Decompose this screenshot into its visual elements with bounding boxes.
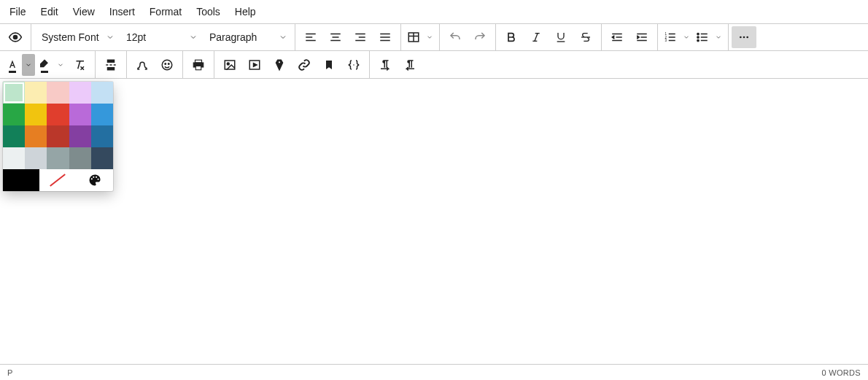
- element-path[interactable]: P: [7, 368, 13, 377]
- color-swatch[interactable]: [25, 82, 47, 104]
- indent-button[interactable]: [629, 26, 654, 48]
- color-black[interactable]: [3, 169, 39, 191]
- svg-text:3: 3: [665, 39, 667, 42]
- svg-rect-56: [225, 61, 235, 69]
- svg-rect-48: [110, 64, 112, 66]
- menu-edit[interactable]: Edit: [34, 3, 66, 20]
- svg-point-35: [697, 39, 699, 41]
- clear-format-button[interactable]: [67, 54, 92, 76]
- bookmark-button[interactable]: [317, 54, 341, 76]
- preview-button[interactable]: [3, 26, 28, 48]
- align-center-icon: [329, 31, 342, 44]
- strike-button[interactable]: [573, 26, 598, 48]
- svg-point-40: [743, 36, 745, 39]
- emoji-button[interactable]: [155, 54, 179, 76]
- svg-point-34: [697, 36, 699, 38]
- ordered-list-button[interactable]: 123: [661, 26, 680, 48]
- toolbar-row-1: System Font 12pt Paragraph 123: [0, 23, 868, 51]
- svg-rect-47: [106, 64, 108, 66]
- table-button[interactable]: [404, 26, 423, 48]
- align-center-button[interactable]: [323, 26, 348, 48]
- print-icon: [192, 58, 205, 71]
- more-button[interactable]: [732, 26, 756, 48]
- menu-file[interactable]: File: [2, 3, 34, 20]
- ltr-button[interactable]: [373, 54, 398, 76]
- rtl-button[interactable]: [398, 54, 422, 76]
- undo-icon: [449, 31, 462, 44]
- font-size-select[interactable]: 12pt: [119, 26, 202, 48]
- svg-point-0: [14, 36, 18, 39]
- color-swatch[interactable]: [47, 125, 69, 147]
- text-color-chevron[interactable]: [22, 54, 35, 76]
- outdent-button[interactable]: [605, 26, 629, 48]
- color-swatch[interactable]: [3, 104, 25, 125]
- color-swatch[interactable]: [69, 82, 91, 104]
- align-justify-button[interactable]: [373, 26, 398, 48]
- block-format-value: Paragraph: [209, 31, 279, 43]
- word-count[interactable]: 0 WORDS: [822, 368, 861, 377]
- unordered-list-button[interactable]: [693, 26, 712, 48]
- highlight-icon: [39, 59, 50, 71]
- color-swatch[interactable]: [3, 147, 25, 169]
- redo-icon: [473, 31, 487, 44]
- highlight-chevron[interactable]: [54, 54, 67, 76]
- color-swatch[interactable]: [25, 125, 47, 147]
- media-icon: [248, 58, 261, 71]
- remove-color[interactable]: [39, 169, 76, 191]
- code-sample-button[interactable]: [341, 54, 366, 76]
- color-swatch[interactable]: [47, 82, 69, 104]
- underline-button[interactable]: [549, 26, 573, 48]
- menu-insert[interactable]: Insert: [102, 3, 142, 20]
- redo-button[interactable]: [468, 26, 492, 48]
- color-swatch[interactable]: [25, 104, 47, 125]
- emoji-icon: [160, 58, 174, 71]
- color-swatch[interactable]: [69, 125, 91, 147]
- svg-point-65: [97, 179, 98, 180]
- chevron-down-icon: [426, 34, 433, 41]
- color-swatch[interactable]: [91, 125, 113, 147]
- color-swatch[interactable]: [25, 147, 47, 169]
- anchor-button[interactable]: [267, 54, 292, 76]
- print-button[interactable]: [186, 54, 211, 76]
- page-break-button[interactable]: [98, 54, 123, 76]
- block-format-select[interactable]: Paragraph: [202, 26, 292, 48]
- color-swatch[interactable]: [91, 82, 113, 104]
- menu-help[interactable]: Help: [228, 3, 263, 20]
- color-swatches: [3, 82, 113, 169]
- text-color-button[interactable]: [3, 54, 22, 76]
- align-right-button[interactable]: [348, 26, 373, 48]
- color-swatch[interactable]: [47, 104, 69, 125]
- svg-point-57: [227, 63, 229, 65]
- table-menu-chevron[interactable]: [423, 26, 436, 48]
- undo-button[interactable]: [443, 26, 468, 48]
- color-swatch[interactable]: [3, 82, 25, 104]
- media-button[interactable]: [242, 54, 267, 76]
- align-justify-icon: [379, 31, 392, 44]
- unordered-list-chevron[interactable]: [712, 26, 725, 48]
- color-swatch[interactable]: [91, 104, 113, 125]
- svg-rect-46: [107, 67, 115, 71]
- no-color-icon: [50, 174, 66, 187]
- menu-view[interactable]: View: [66, 3, 102, 20]
- color-swatch[interactable]: [69, 104, 91, 125]
- image-icon: [223, 58, 236, 71]
- color-swatch[interactable]: [91, 147, 113, 169]
- custom-color[interactable]: [77, 169, 113, 191]
- image-button[interactable]: [217, 54, 242, 76]
- svg-rect-55: [195, 66, 201, 69]
- font-family-select[interactable]: System Font: [34, 26, 119, 48]
- highlight-button[interactable]: [35, 54, 54, 76]
- bold-button[interactable]: [499, 26, 524, 48]
- italic-icon: [530, 31, 542, 43]
- menu-tools[interactable]: Tools: [189, 3, 228, 20]
- color-swatch[interactable]: [3, 125, 25, 147]
- align-left-button[interactable]: [298, 26, 323, 48]
- ordered-list-chevron[interactable]: [680, 26, 693, 48]
- italic-button[interactable]: [524, 26, 549, 48]
- code-sample-icon: [347, 58, 360, 71]
- color-swatch[interactable]: [69, 147, 91, 169]
- menu-format[interactable]: Format: [142, 3, 189, 20]
- link-button[interactable]: [292, 54, 317, 76]
- special-char-button[interactable]: [130, 54, 155, 76]
- color-swatch[interactable]: [47, 147, 69, 169]
